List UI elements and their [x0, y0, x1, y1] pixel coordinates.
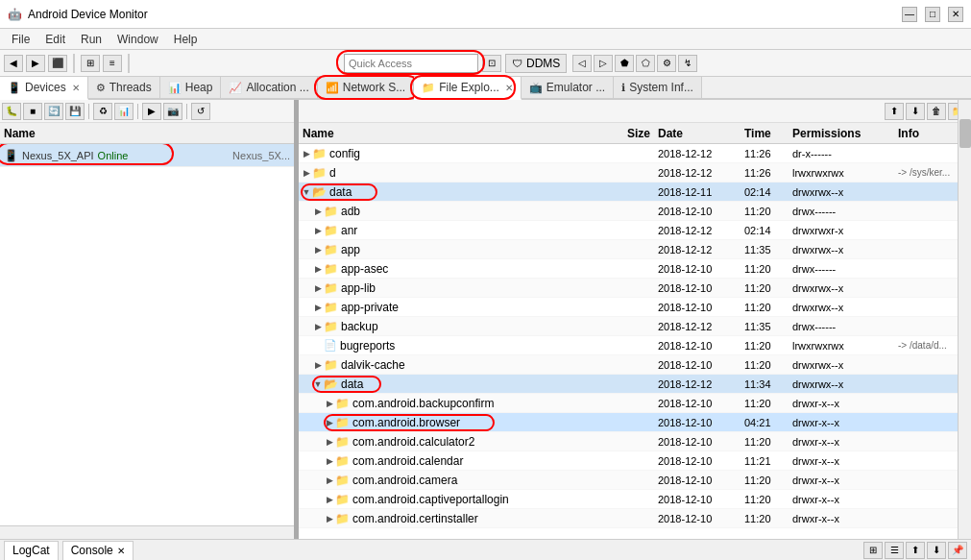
- cause-gc-btn[interactable]: ♻: [93, 103, 112, 120]
- status-btn-1[interactable]: ⊞: [863, 542, 883, 559]
- file-row-browser[interactable]: ▶ 📁 com.android.browser 2018-12-10 04:21…: [299, 413, 971, 432]
- start-tracking-btn[interactable]: ▶: [142, 103, 161, 120]
- tab-system-info[interactable]: ℹ System Inf...: [614, 77, 702, 98]
- menu-help[interactable]: Help: [166, 31, 206, 48]
- file-row-app[interactable]: ▶ 📁 app 2018-12-12 11:35 drwxrwx--x: [299, 240, 971, 259]
- toggle-view-btn[interactable]: ⊡: [482, 55, 501, 72]
- file-row-app-asec[interactable]: ▶ 📁 app-asec 2018-12-10 11:20 drwx------: [299, 259, 971, 279]
- tab-threads[interactable]: ⚙ Threads: [88, 77, 160, 98]
- console-tab[interactable]: Console ✕: [62, 541, 134, 560]
- toolbar-btn-3[interactable]: ⬛: [48, 55, 67, 72]
- file-row-backupconfirm[interactable]: ▶ 📁 com.android.backupconfirm 2018-12-10…: [299, 394, 971, 413]
- col-time[interactable]: Time: [740, 127, 789, 140]
- status-btn-4[interactable]: ⬇: [927, 542, 946, 559]
- file-explorer-tab-close[interactable]: ✕: [505, 83, 513, 93]
- close-button[interactable]: ✕: [948, 7, 963, 22]
- file-row-config[interactable]: ▶ 📁 config 2018-12-12 11:26 dr-x------: [299, 144, 971, 163]
- tab-emulator[interactable]: 📺 Emulator ...: [522, 77, 614, 98]
- file-row-certinstaller[interactable]: ▶ 📁 com.android.certinstaller 2018-12-10…: [299, 509, 971, 528]
- delete-btn[interactable]: 🗑: [927, 103, 946, 120]
- expand-btn-config[interactable]: ▶: [301, 149, 312, 158]
- file-row-backup[interactable]: ▶ 📁 backup 2018-12-12 11:35 drwx------: [299, 317, 971, 336]
- expand-btn-anr[interactable]: ▶: [312, 226, 324, 235]
- expand-btn-browser[interactable]: ▶: [324, 418, 335, 427]
- expand-btn-app[interactable]: ▶: [312, 245, 324, 255]
- expand-btn-calendar[interactable]: ▶: [324, 456, 335, 466]
- reset-adb-btn[interactable]: ↺: [191, 103, 210, 120]
- file-row-inner-data[interactable]: ▼ 📂 data 2018-12-12 11:34 drwxrwx--x: [299, 375, 971, 394]
- tab-file-explorer[interactable]: 📁 File Explo... ✕: [414, 77, 522, 100]
- expand-btn-backup[interactable]: ▶: [312, 322, 324, 331]
- file-row-captive[interactable]: ▶ 📁 com.android.captiveportallogin 2018-…: [299, 490, 971, 509]
- toolbar-right-1[interactable]: ◁: [572, 55, 592, 72]
- expand-btn-d[interactable]: ▶: [301, 168, 312, 178]
- status-btn-5[interactable]: 📌: [948, 542, 967, 559]
- file-row-data[interactable]: ▼ 📂 data 2018-12-11 02:14 drwxrwx--x: [299, 183, 971, 202]
- file-row-calendar[interactable]: ▶ 📁 com.android.calendar 2018-12-10 11:2…: [299, 451, 971, 471]
- toolbar-right-4[interactable]: ⬠: [636, 55, 655, 72]
- expand-btn-calculator[interactable]: ▶: [324, 437, 335, 447]
- minimize-button[interactable]: —: [902, 7, 917, 22]
- file-row-app-private[interactable]: ▶ 📁 app-private 2018-12-10 11:20 drwxrwx…: [299, 298, 971, 317]
- console-close-btn[interactable]: ✕: [117, 546, 125, 556]
- col-perms[interactable]: Permissions: [789, 127, 894, 140]
- toolbar-right-3[interactable]: ⬟: [615, 55, 634, 72]
- toolbar-right-6[interactable]: ↯: [678, 55, 697, 72]
- tab-devices[interactable]: 📱 Devices ✕: [0, 77, 88, 100]
- file-row-bugreports[interactable]: ▶ 📄 bugreports 2018-12-10 11:20 lrwxrwxr…: [299, 336, 971, 355]
- toolbar-right-2[interactable]: ▷: [594, 55, 613, 72]
- file-row-app-lib[interactable]: ▶ 📁 app-lib 2018-12-10 11:20 drwxrwx--x: [299, 279, 971, 298]
- expand-btn-app-lib[interactable]: ▶: [312, 283, 324, 293]
- devices-list[interactable]: 📱 Nexus_5X_API Online Nexus_5X...: [0, 144, 294, 525]
- quick-access-input[interactable]: [349, 58, 473, 69]
- file-row-calculator[interactable]: ▶ 📁 com.android.calculator2 2018-12-10 1…: [299, 432, 971, 451]
- pull-file-btn[interactable]: ⬇: [906, 103, 925, 120]
- expand-btn-camera[interactable]: ▶: [324, 475, 335, 485]
- quick-access-search[interactable]: [344, 54, 478, 73]
- push-file-btn[interactable]: ⬆: [885, 103, 904, 120]
- file-row-anr[interactable]: ▶ 📁 anr 2018-12-12 02:14 drwxrwxr-x: [299, 221, 971, 240]
- col-date[interactable]: Date: [654, 127, 740, 140]
- new-process-btn[interactable]: 🐛: [2, 103, 21, 120]
- update-heap-btn[interactable]: 📊: [114, 103, 134, 120]
- file-row-d[interactable]: ▶ 📁 d 2018-12-12 11:26 lrwxrwxrwx -> /sy…: [299, 163, 971, 183]
- file-row-dalvik[interactable]: ▶ 📁 dalvik-cache 2018-12-10 11:20 drwxrw…: [299, 355, 971, 375]
- expand-btn-data[interactable]: ▼: [301, 187, 312, 197]
- toolbar-btn-2[interactable]: ▶: [26, 55, 45, 72]
- status-btn-3[interactable]: ⬆: [906, 542, 925, 559]
- expand-btn-captive[interactable]: ▶: [324, 495, 335, 504]
- toolbar-btn-4[interactable]: ⊞: [81, 55, 100, 72]
- expand-btn-dalvik[interactable]: ▶: [312, 360, 324, 370]
- expand-btn-inner-data[interactable]: ▼: [312, 379, 324, 389]
- toolbar-btn-5[interactable]: ≡: [103, 55, 122, 72]
- logcat-tab[interactable]: LogCat: [4, 541, 59, 560]
- stop-process-btn[interactable]: ■: [23, 103, 42, 120]
- update-threads-btn[interactable]: 🔄: [44, 103, 63, 120]
- devices-tab-close[interactable]: ✕: [72, 83, 80, 93]
- screen-capture-btn[interactable]: 📷: [163, 103, 182, 120]
- dump-hprof-btn[interactable]: 💾: [65, 103, 85, 120]
- device-row-nexus[interactable]: 📱 Nexus_5X_API Online Nexus_5X...: [0, 144, 294, 167]
- maximize-button[interactable]: □: [925, 7, 940, 22]
- tab-allocation[interactable]: 📈 Allocation ...: [221, 77, 317, 98]
- expand-btn-certinstaller[interactable]: ▶: [324, 514, 335, 523]
- file-v-scroll[interactable]: [958, 100, 971, 539]
- menu-edit[interactable]: Edit: [37, 31, 73, 48]
- expand-btn-app-asec[interactable]: ▶: [312, 264, 324, 274]
- tab-heap[interactable]: 📊 Heap: [160, 77, 222, 98]
- file-list[interactable]: ▶ 📁 config 2018-12-12 11:26 dr-x------ ▶…: [299, 144, 971, 539]
- menu-run[interactable]: Run: [73, 31, 109, 48]
- menu-window[interactable]: Window: [109, 31, 166, 48]
- tab-network[interactable]: 📶 Network S...: [318, 77, 414, 98]
- expand-btn-adb[interactable]: ▶: [312, 207, 324, 216]
- col-size[interactable]: Size: [596, 127, 654, 140]
- toolbar-right-5[interactable]: ⚙: [657, 55, 676, 72]
- devices-h-scroll[interactable]: [0, 525, 294, 539]
- file-row-adb[interactable]: ▶ 📁 adb 2018-12-10 11:20 drwx------: [299, 202, 971, 221]
- expand-btn-backupconfirm[interactable]: ▶: [324, 399, 335, 408]
- status-btn-2[interactable]: ☰: [885, 542, 904, 559]
- expand-btn-app-private[interactable]: ▶: [312, 303, 324, 312]
- menu-file[interactable]: File: [4, 31, 37, 48]
- file-row-camera[interactable]: ▶ 📁 com.android.camera 2018-12-10 11:20 …: [299, 471, 971, 490]
- toolbar-btn-1[interactable]: ◀: [4, 55, 23, 72]
